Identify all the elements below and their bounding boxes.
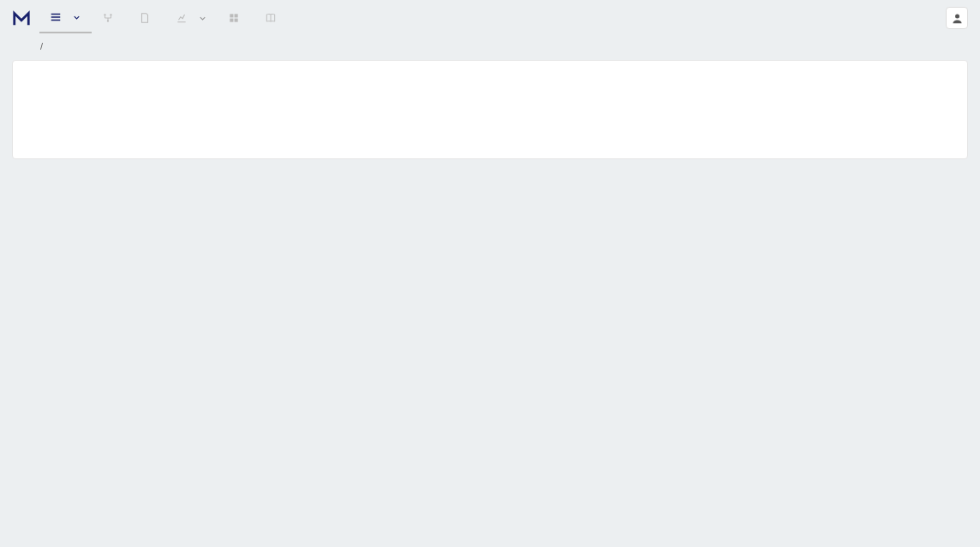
nav-item-orchestrate[interactable] — [92, 3, 128, 33]
brand-logo[interactable] — [12, 9, 31, 27]
main-panel — [12, 60, 968, 159]
user-menu[interactable] — [946, 7, 968, 29]
svg-point-7 — [955, 14, 959, 18]
svg-rect-5 — [230, 19, 233, 22]
document-icon — [139, 12, 151, 24]
chevron-down-icon — [72, 13, 81, 22]
person-icon — [951, 12, 964, 25]
svg-rect-4 — [235, 14, 238, 17]
book-icon — [265, 12, 277, 24]
primary-nav — [39, 3, 291, 33]
instructions — [21, 116, 959, 126]
topbar — [0, 0, 980, 36]
menu-icon — [50, 11, 62, 23]
breadcrumb-sep: / — [38, 41, 45, 51]
nav-item-pipeline[interactable] — [39, 3, 92, 33]
nav-item-model[interactable] — [128, 3, 165, 33]
svg-rect-3 — [230, 14, 233, 17]
topbar-left — [12, 3, 291, 33]
nav-item-dashboard[interactable] — [218, 3, 254, 33]
chevron-down-icon — [198, 14, 207, 23]
chart-icon — [176, 12, 188, 24]
wizard-steps — [21, 85, 959, 102]
breadcrumb: / — [0, 36, 980, 60]
svg-point-2 — [107, 20, 109, 21]
svg-point-0 — [104, 14, 105, 15]
svg-rect-6 — [235, 19, 238, 22]
orchestrate-icon — [102, 12, 114, 24]
nav-item-analyze[interactable] — [165, 3, 218, 33]
grid-icon — [228, 12, 240, 24]
svg-point-1 — [110, 14, 111, 15]
nav-item-notebook[interactable] — [254, 3, 291, 33]
